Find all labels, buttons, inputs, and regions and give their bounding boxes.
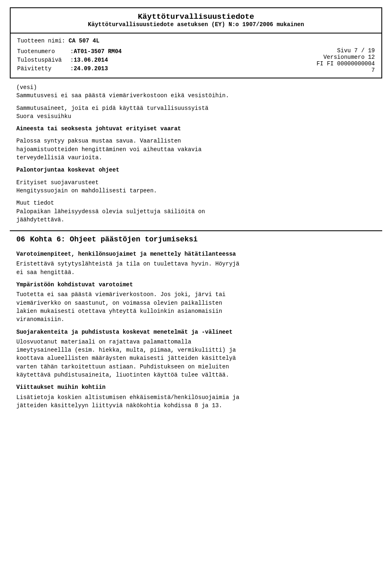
heading-palontorjunta: Palontorjuntaa koskevat ohjeet: [16, 166, 376, 174]
meta-right: Sivu 7 / 19 Versionumero 12 FI FI 000000…: [196, 47, 375, 74]
meta-versio: Versionumero 12: [196, 54, 375, 60]
meta-sep-paivitetty: :: [70, 65, 74, 73]
meta-row-tuotenumero: Tuotenumero : AT01-3507 RM04: [17, 47, 196, 56]
meta-left: Tuotenumero : AT01-3507 RM04 Tulostuspäi…: [17, 47, 196, 74]
subsection-suojarakenteita-title: Suojarakenteita ja puhdistusta koskevat …: [16, 328, 376, 336]
section06-title: Kohta 6: Ohjeet päästöjen torjumiseksi: [30, 235, 198, 243]
block-muut-tiedot: Muut tiedotPalopaikan läheisyydessä olev…: [16, 199, 376, 224]
meta-value-tulostus: 13.06.2014: [74, 56, 108, 65]
meta-row-paivitetty: Päivitetty : 24.09.2013: [17, 65, 196, 73]
subsection-ymparisto-title: Ympäristöön kohdistuvat varotoimet: [16, 281, 376, 289]
subsection-varotoimenpiteet-title: Varotoimenpiteet, henkilönsuojaimet ja m…: [16, 250, 376, 258]
block-aineesta-heading: Aineesta tai seoksesta johtuvat erityise…: [16, 125, 376, 133]
section06-content: Varotoimenpiteet, henkilönsuojaimet ja m…: [10, 243, 382, 410]
section-divider: [10, 230, 382, 231]
meta-grid: Tuotenumero : AT01-3507 RM04 Tulostuspäi…: [17, 47, 375, 74]
meta-row-tulostus: Tulostuspäivä : 13.06.2014: [17, 56, 196, 65]
meta-fi: FI FI 00000000004: [196, 60, 375, 67]
block-sammutusaineet: Sammutusaineet, joita ei pidä käyttää tu…: [16, 104, 376, 121]
product-section: Tuotteen nimi: CA 507 4L Tuotenumero : A…: [10, 33, 382, 78]
text-muut-tiedot: Muut tiedotPalopaikan läheisyydessä olev…: [16, 199, 376, 224]
content-area-pre06: (vesi)Sammutusvesi ei saa päästä viemäri…: [10, 78, 382, 224]
subsection-viittaukset-title: Viittaukset muihin kohtiin: [16, 383, 376, 391]
meta-label-tuotenumero: Tuotenumero: [17, 47, 70, 56]
page-title: Käyttöturvallisuustiedote: [17, 12, 375, 21]
product-name-line: Tuotteen nimi: CA 507 4L: [17, 38, 375, 44]
page: Käyttöturvallisuustiedote Käyttöturvalli…: [0, 7, 392, 562]
block-vesi: (vesi)Sammutusvesi ei saa päästä viemäri…: [16, 83, 376, 100]
text-sammutusaineet: Sammutusaineet, joita ei pidä käyttää tu…: [16, 104, 376, 121]
meta-value-tuotenumero: AT01-3507 RM04: [74, 47, 122, 56]
heading-aineesta: Aineesta tai seoksesta johtuvat erityise…: [16, 125, 376, 133]
para-viittaukset: Lisätietoja koskien altistumisen ehkäise…: [16, 393, 376, 410]
text-palossa: Palossa syntyy paksua mustaa savua. Vaar…: [16, 137, 376, 162]
product-label: Tuotteen nimi:: [17, 38, 65, 44]
meta-sep-tuotenumero: :: [70, 47, 74, 56]
page-subtitle: Käyttöturvallisuustiedote asetuksen (EY)…: [17, 21, 375, 28]
meta-label-tulostus: Tulostuspäivä: [17, 56, 70, 65]
meta-value-paivitetty: 24.09.2013: [74, 65, 108, 73]
text-vesi: (vesi)Sammutusvesi ei saa päästä viemäri…: [16, 83, 376, 100]
block-palontorjunta-heading: Palontorjuntaa koskevat ohjeet: [16, 166, 376, 174]
header-box: Käyttöturvallisuustiedote Käyttöturvalli…: [10, 7, 382, 33]
meta-label-paivitetty: Päivitetty: [17, 65, 70, 73]
block-palossa: Palossa syntyy paksua mustaa savua. Vaar…: [16, 137, 376, 162]
product-name: CA 507 4L: [69, 38, 100, 44]
meta-fi2: 7: [196, 67, 375, 74]
meta-sep-tulostus: :: [70, 56, 74, 65]
para-ymparisto: Tuotetta ei saa päästä viemäriverkostoon…: [16, 290, 376, 323]
section06-header-row: 06 Kohta 6: Ohjeet päästöjen torjumiseks…: [10, 235, 382, 243]
section06-number: 06: [16, 235, 25, 243]
text-erityiset: Erityiset suojavarusteetHengityssuojain …: [16, 178, 376, 195]
block-erityiset: Erityiset suojavarusteetHengityssuojain …: [16, 178, 376, 195]
para-suojarakenteita: Ulosvuotanut materiaali on rajattava pal…: [16, 338, 376, 379]
meta-sivu: Sivu 7 / 19: [196, 47, 375, 54]
para-varotoimenpiteet: Eristettävä sytytyslähteistä ja tila on …: [16, 260, 376, 277]
